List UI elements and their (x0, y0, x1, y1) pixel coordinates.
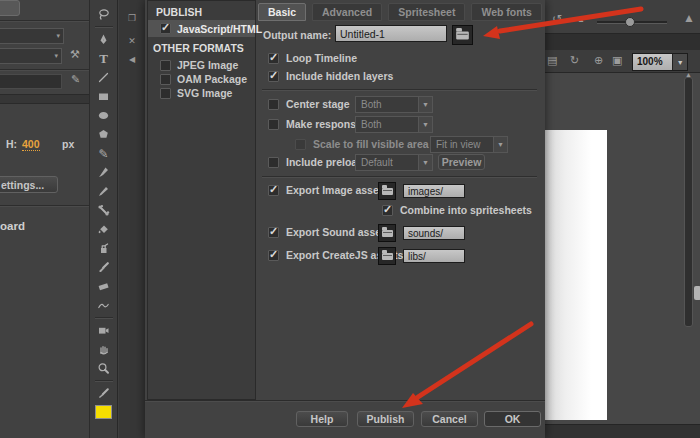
checkbox[interactable] (268, 53, 279, 64)
eyedropper-tool-icon[interactable] (90, 258, 117, 277)
format-item-jpeg[interactable]: JPEG Image (160, 59, 238, 71)
stage[interactable] (543, 130, 607, 420)
sound-assets-folder-button[interactable] (378, 224, 396, 242)
preview-button[interactable]: Preview (438, 154, 485, 170)
ink-bottle-tool-icon[interactable] (90, 239, 117, 258)
hand-tool-icon[interactable] (90, 340, 117, 359)
property-dropdown[interactable]: ▾ (0, 28, 64, 44)
format-item-oam[interactable]: OAM Package (160, 73, 247, 85)
rotate-icon[interactable]: ↻ (570, 54, 579, 67)
paint-brush-tool-icon[interactable] (90, 182, 117, 201)
checkbox[interactable] (295, 139, 306, 150)
zoom-in-icon[interactable]: ▲ (683, 11, 695, 25)
option-combine-spritesheets[interactable]: Combine into spritesheets (382, 204, 532, 216)
clip-content-icon[interactable]: ▣ (612, 54, 622, 67)
checkbox[interactable] (160, 74, 171, 85)
other-formats-header: OTHER FORMATS (153, 42, 244, 54)
ok-button[interactable]: OK (484, 411, 541, 427)
center-stage-dropdown[interactable]: Both ▼ (355, 96, 433, 113)
tab-web-fonts[interactable]: Web fonts (471, 3, 542, 21)
text-tool-icon[interactable]: T (90, 49, 117, 68)
option-export-sound-assets[interactable]: Export Sound assets: (268, 226, 394, 238)
stage-region: ↺ ▲ ▲ ▤ ↻ ⊕ ▣ 100% ▼ ▲ (545, 0, 700, 438)
loop-icon[interactable]: ↺ (552, 12, 562, 26)
panel-icon[interactable]: ❐ (119, 13, 145, 23)
checkbox[interactable] (268, 157, 279, 168)
format-item-javascript-html[interactable]: JavaScript/HTML (148, 20, 255, 37)
option-center-stage[interactable]: Center stage (268, 98, 350, 110)
pasteboard-canvas[interactable]: ▲ (545, 73, 700, 424)
checkbox[interactable] (160, 23, 171, 34)
divider (95, 380, 113, 382)
chevron-down-icon: ▼ (493, 137, 507, 152)
paint-bucket-tool-icon[interactable] (90, 220, 117, 239)
lasso-tool-icon[interactable] (90, 5, 117, 24)
make-responsive-dropdown[interactable]: Both ▼ (355, 116, 433, 133)
zoom-slider-knob[interactable] (625, 17, 635, 27)
cancel-button[interactable]: Cancel (421, 411, 478, 427)
checkbox[interactable] (268, 250, 279, 261)
line-tool-icon[interactable] (90, 68, 117, 87)
stroke-color-tool-icon[interactable] (90, 384, 117, 403)
eraser-tool-icon[interactable] (90, 277, 117, 296)
board-text-fragment: oard (0, 220, 25, 232)
publish-button[interactable]: Publish (357, 411, 414, 427)
help-button[interactable]: Help (296, 411, 348, 427)
property-dropdown[interactable]: ▾ (0, 48, 62, 64)
checkbox[interactable] (268, 99, 279, 110)
tools-toolbar: T ✎ (90, 0, 118, 438)
option-include-hidden-layers[interactable]: Include hidden layers (268, 70, 393, 82)
tab-advanced[interactable]: Advanced (312, 3, 382, 21)
width-tool-icon[interactable] (90, 296, 117, 315)
createjs-assets-path-input[interactable] (403, 249, 465, 263)
vertical-scrollbar-thumb[interactable] (684, 77, 693, 327)
createjs-assets-folder-button[interactable] (378, 247, 396, 265)
option-scale-to-fill[interactable]: Scale to fill visible area (295, 138, 429, 150)
output-name-input[interactable] (335, 25, 447, 42)
format-item-svg[interactable]: SVG Image (160, 87, 232, 99)
rectangle-tool-icon[interactable] (90, 87, 117, 106)
settings-button[interactable]: ettings... (0, 176, 58, 193)
checkbox[interactable] (268, 119, 279, 130)
oval-tool-icon[interactable] (90, 106, 117, 125)
brush-tool-icon[interactable] (90, 163, 117, 182)
panel-button-fragment[interactable] (0, 0, 20, 16)
fill-color-swatch[interactable] (95, 405, 112, 419)
pencil-icon[interactable]: ✎ (71, 73, 80, 86)
center-stage-icon[interactable]: ⊕ (594, 54, 603, 67)
zoom-tool-icon[interactable] (90, 359, 117, 378)
checkbox[interactable] (268, 71, 279, 82)
pencil-tool-icon[interactable]: ✎ (90, 144, 117, 163)
image-assets-folder-button[interactable] (378, 182, 396, 200)
tab-spritesheet[interactable]: Spritesheet (388, 3, 465, 21)
option-export-image-assets[interactable]: Export Image assets: (268, 184, 392, 196)
height-value[interactable]: 400 (22, 138, 40, 151)
bone-tool-icon[interactable] (90, 201, 117, 220)
dropdown-value: Fit in view (431, 137, 493, 152)
timeline-icon[interactable]: ▤ (547, 54, 557, 67)
collapse-arrow-icon[interactable]: ◀ (119, 55, 145, 64)
close-icon[interactable]: ✕ (119, 36, 145, 46)
option-label: Loop Timeline (286, 52, 357, 64)
pen-tool-icon[interactable] (90, 30, 117, 49)
panel-grip[interactable] (694, 286, 700, 300)
sound-assets-path-input[interactable] (403, 226, 465, 240)
tab-basic[interactable]: Basic (258, 3, 306, 21)
output-folder-button[interactable] (452, 25, 473, 45)
checkbox[interactable] (268, 227, 279, 238)
camera-tool-icon[interactable] (90, 321, 117, 340)
property-field[interactable] (0, 74, 62, 89)
polystar-tool-icon[interactable] (90, 125, 117, 144)
checkbox[interactable] (160, 60, 171, 71)
wrench-icon[interactable]: ⚒ (70, 48, 80, 61)
scale-to-fill-dropdown[interactable]: Fit in view ▼ (430, 136, 508, 153)
zoom-level-select[interactable]: 100% ▼ (632, 53, 688, 71)
checkbox[interactable] (382, 205, 393, 216)
preloader-dropdown[interactable]: Default ▼ (355, 154, 433, 171)
image-assets-path-input[interactable] (403, 184, 465, 198)
option-label: Scale to fill visible area (313, 138, 429, 150)
zoom-out-icon[interactable]: ▲ (577, 15, 585, 24)
option-loop-timeline[interactable]: Loop Timeline (268, 52, 357, 64)
checkbox[interactable] (268, 185, 279, 196)
checkbox[interactable] (160, 88, 171, 99)
